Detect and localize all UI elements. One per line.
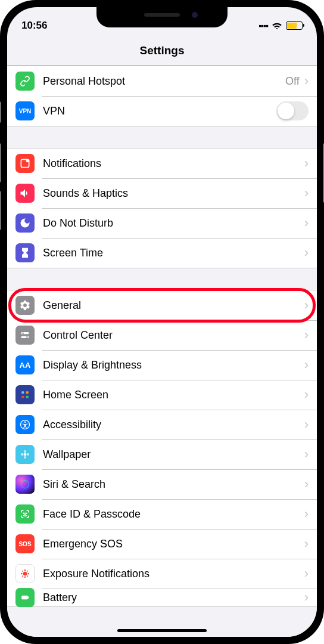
row-label: General: [43, 299, 304, 312]
row-exposure[interactable]: Exposure Notifications ›: [7, 559, 317, 589]
row-faceid[interactable]: Face ID & Passcode ›: [7, 499, 317, 529]
chevron-right-icon: ›: [304, 357, 309, 373]
chevron-right-icon: ›: [304, 327, 309, 343]
chevron-right-icon: ›: [304, 298, 309, 313]
row-home-screen[interactable]: Home Screen ›: [7, 380, 317, 410]
chevron-right-icon: ›: [304, 566, 309, 581]
row-label: Siri & Search: [43, 478, 304, 491]
row-label: Control Center: [43, 329, 304, 342]
notch: [96, 7, 228, 27]
chevron-right-icon: ›: [304, 447, 309, 462]
chevron-right-icon: ›: [304, 417, 309, 432]
chevron-right-icon: ›: [304, 536, 309, 552]
row-sos[interactable]: SOS Emergency SOS ›: [7, 529, 317, 559]
row-label: Personal Hotspot: [43, 75, 285, 88]
svg-rect-8: [21, 396, 24, 398]
chevron-right-icon: ›: [304, 156, 309, 171]
svg-point-22: [28, 573, 30, 575]
faceid-icon: [15, 504, 35, 524]
svg-rect-6: [21, 391, 24, 394]
chevron-right-icon: ›: [304, 73, 309, 89]
chevron-right-icon: ›: [304, 245, 309, 261]
svg-point-15: [21, 453, 23, 456]
svg-point-23: [22, 571, 23, 572]
chevron-right-icon: ›: [304, 215, 309, 231]
chevron-right-icon: ›: [304, 476, 309, 492]
row-label: Home Screen: [43, 389, 304, 401]
row-wallpaper[interactable]: Wallpaper ›: [7, 439, 317, 469]
moon-icon: [15, 213, 35, 233]
battery-icon: [15, 588, 35, 607]
page-title: Settings: [140, 44, 185, 57]
svg-point-25: [22, 575, 23, 577]
row-vpn[interactable]: VPN VPN: [7, 96, 317, 126]
navigation-header: Settings: [7, 36, 317, 66]
svg-point-5: [26, 336, 28, 338]
svg-point-12: [24, 453, 27, 456]
row-accessibility[interactable]: Accessibility ›: [7, 410, 317, 439]
gear-icon: [15, 296, 35, 315]
row-display[interactable]: AA Display & Brightness ›: [7, 350, 317, 380]
chevron-right-icon: ›: [304, 185, 309, 201]
exposure-icon: [15, 564, 35, 583]
row-control-center[interactable]: Control Center ›: [7, 320, 317, 350]
svg-point-24: [27, 571, 28, 572]
svg-point-1: [26, 159, 29, 162]
row-siri[interactable]: Siri & Search ›: [7, 469, 317, 499]
home-indicator[interactable]: [117, 629, 207, 632]
svg-rect-2: [21, 332, 29, 334]
row-dnd[interactable]: Do Not Disturb ›: [7, 208, 317, 238]
row-label: VPN: [43, 105, 276, 117]
cellular-icon: ▪▪▪▪: [258, 21, 268, 30]
row-label: Face ID & Passcode: [43, 508, 304, 521]
battery-icon: ⚡: [286, 21, 303, 30]
svg-point-19: [24, 569, 26, 571]
row-personal-hotspot[interactable]: Personal Hotspot Off ›: [7, 66, 317, 96]
row-label: Emergency SOS: [43, 538, 304, 550]
accessibility-icon: [15, 415, 35, 434]
row-sounds[interactable]: Sounds & Haptics ›: [7, 178, 317, 208]
row-label: Do Not Disturb: [43, 217, 304, 230]
row-battery[interactable]: Battery ›: [7, 589, 317, 606]
apps-grid-icon: [15, 385, 35, 404]
svg-rect-27: [21, 596, 28, 600]
svg-rect-3: [21, 336, 29, 338]
row-label: Exposure Notifications: [43, 568, 304, 580]
svg-point-14: [24, 456, 26, 459]
wifi-icon: [271, 19, 283, 33]
settings-list[interactable]: Personal Hotspot Off › VPN VPN Notificat…: [7, 66, 317, 637]
row-general[interactable]: General ›: [7, 290, 317, 320]
chevron-right-icon: ›: [304, 590, 309, 605]
svg-point-26: [27, 575, 28, 577]
switches-icon: [15, 326, 35, 345]
sos-icon: SOS: [15, 534, 35, 553]
row-notifications[interactable]: Notifications ›: [7, 148, 317, 178]
svg-point-21: [21, 573, 23, 575]
svg-point-13: [24, 450, 26, 453]
vpn-toggle[interactable]: [276, 101, 309, 120]
row-label: Notifications: [43, 157, 304, 170]
svg-point-11: [24, 422, 26, 423]
row-label: Sounds & Haptics: [43, 187, 304, 200]
svg-rect-9: [26, 396, 29, 398]
row-label: Wallpaper: [43, 448, 304, 461]
svg-point-17: [21, 480, 29, 488]
flower-icon: [15, 445, 35, 464]
row-detail: Off: [285, 75, 300, 88]
svg-rect-28: [28, 596, 29, 598]
siri-icon: [15, 475, 35, 494]
text-size-icon: AA: [15, 355, 35, 374]
row-screen-time[interactable]: Screen Time ›: [7, 238, 317, 268]
row-label: Display & Brightness: [43, 359, 304, 371]
vpn-icon: VPN: [15, 101, 35, 120]
svg-point-16: [27, 453, 29, 456]
svg-point-4: [22, 332, 24, 334]
svg-rect-7: [26, 391, 29, 394]
link-icon: [15, 72, 35, 91]
row-label: Screen Time: [43, 247, 304, 259]
chevron-right-icon: ›: [304, 387, 309, 402]
hourglass-icon: [15, 243, 35, 262]
status-time: 10:56: [21, 20, 47, 32]
row-label: Accessibility: [43, 419, 304, 431]
notifications-icon: [15, 154, 35, 173]
